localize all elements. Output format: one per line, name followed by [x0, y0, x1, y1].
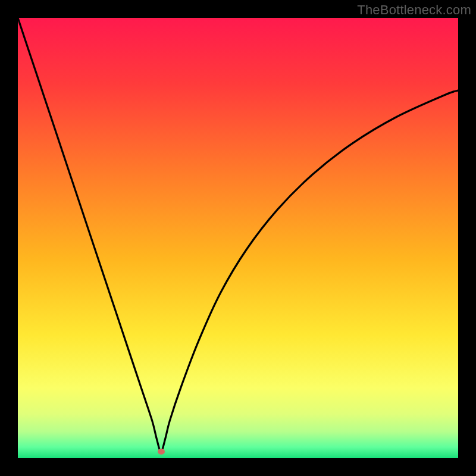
plot-area [18, 18, 458, 458]
watermark-text: TheBottleneck.com [357, 2, 471, 18]
outer-frame: TheBottleneck.com [0, 0, 476, 476]
optimum-marker [158, 449, 165, 455]
bottleneck-curve [18, 18, 458, 458]
